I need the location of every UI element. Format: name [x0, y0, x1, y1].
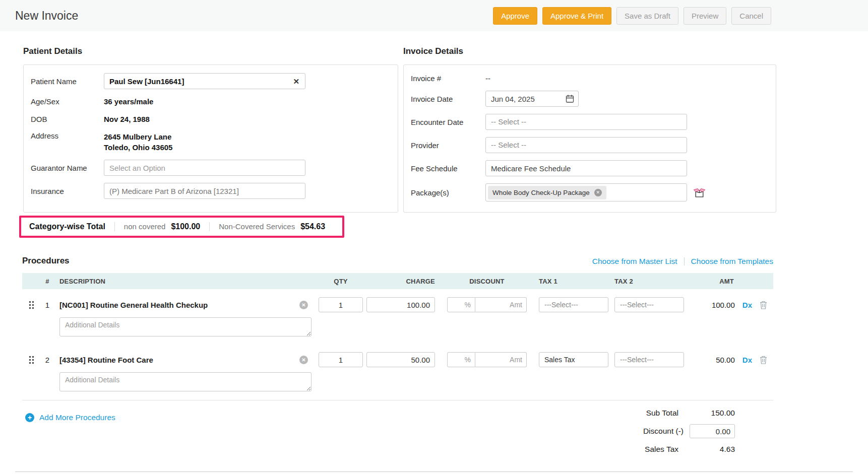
calendar-icon[interactable] — [566, 95, 574, 103]
save-as-draft-button[interactable]: Save as Draft — [616, 7, 678, 25]
fee-schedule-label: Fee Schedule — [411, 164, 485, 173]
choose-templates-link[interactable]: Choose from Templates — [691, 257, 773, 266]
category-wise-total-bar: Category-wise Total non covered $100.00 … — [19, 216, 344, 238]
discount-percent-input[interactable] — [447, 297, 475, 312]
delete-row-icon[interactable] — [760, 301, 767, 309]
dx-link[interactable]: Dx — [742, 301, 752, 309]
choose-master-list-link[interactable]: Choose from Master List — [592, 257, 677, 266]
sales-tax-label: Sales Tax — [645, 445, 678, 454]
invoice-number-label: Invoice # — [411, 74, 485, 83]
address-line1: 2645 Mulbery Lane — [104, 131, 172, 142]
procedure-row: 2 [43354] Routine Foot Care ✕ Sales Tax — [22, 344, 773, 393]
dob-value: Nov 24, 1988 — [104, 114, 150, 124]
topbar: New Invoice Approve Approve & Print Save… — [0, 0, 868, 31]
preview-button[interactable]: Preview — [684, 7, 726, 25]
package-icon[interactable] — [693, 187, 706, 198]
procedures-table: # DESCRIPTION QTY CHARGE DISCOUNT TAX 1 … — [22, 273, 773, 393]
clear-patient-icon[interactable]: ✕ — [293, 78, 299, 85]
invoice-date-row: Invoice Date — [411, 91, 769, 107]
subtotal-row: Sub Total 150.00 — [643, 409, 735, 418]
procedure-description: [NC001] Routine General Health Checkup ✕ — [54, 301, 315, 309]
category-item-name: Non-Covered Services — [219, 222, 295, 231]
col-tax2: TAX 2 — [609, 278, 685, 285]
invoice-date-label: Invoice Date — [411, 95, 485, 103]
invoice-number-row: Invoice # -- — [411, 73, 769, 84]
address-label: Address — [31, 131, 104, 140]
category-item-name: non covered — [124, 222, 166, 231]
provider-row: Provider -- Select -- — [411, 137, 769, 153]
guarantor-input[interactable] — [104, 160, 305, 176]
procedures-header: Procedures Choose from Master List Choos… — [22, 256, 773, 266]
link-divider — [684, 257, 685, 265]
additional-details-textarea[interactable] — [59, 372, 312, 391]
qty-input[interactable] — [319, 352, 363, 367]
address-value: 2645 Mulbery Lane Toledo, Ohio 43605 — [104, 131, 172, 153]
procedures-section: Procedures Choose from Master List Choos… — [23, 256, 797, 460]
age-sex-label: Age/Sex — [31, 97, 104, 106]
packages-input[interactable]: Whole Body Check-Up Package ✕ — [485, 183, 687, 201]
topbar-actions: Approve Approve & Print Save as Draft Pr… — [493, 7, 771, 25]
col-description: DESCRIPTION — [54, 278, 315, 285]
package-chip-label: Whole Body Check-Up Package — [492, 189, 590, 196]
cancel-button[interactable]: Cancel — [731, 7, 771, 25]
insurance-input[interactable] — [104, 183, 305, 199]
invoice-details-section: Invoice Details Invoice # -- Invoice Dat… — [403, 31, 776, 238]
new-invoice-page: New Invoice Approve Approve & Print Save… — [0, 0, 868, 472]
procedures-footer: + Add More Procedures Sub Total 150.00 D… — [22, 400, 773, 460]
approve-button[interactable]: Approve — [493, 7, 537, 25]
remove-description-icon[interactable]: ✕ — [299, 356, 308, 364]
drag-handle-icon[interactable] — [22, 301, 40, 309]
guarantor-label: Guarantor Name — [31, 164, 104, 172]
encounter-date-select[interactable]: -- Select -- — [485, 114, 687, 130]
page-title: New Invoice — [15, 9, 78, 23]
patient-name-input[interactable] — [104, 73, 305, 89]
procedure-description-text: [NC001] Routine General Health Checkup — [59, 301, 208, 309]
patient-details-heading: Patient Details — [23, 46, 398, 56]
fee-schedule-row: Fee Schedule — [411, 160, 769, 176]
age-sex-row: Age/Sex 36 years/male — [31, 96, 391, 107]
insurance-label: Insurance — [31, 187, 104, 195]
bottom-divider — [15, 471, 853, 472]
patient-details-section: Patient Details Patient Name ✕ Age/Sex 3… — [23, 31, 398, 238]
charge-input[interactable] — [366, 352, 435, 367]
drag-handle-icon[interactable] — [22, 356, 40, 364]
dob-label: DOB — [31, 115, 104, 123]
patient-name-row: Patient Name ✕ — [31, 73, 391, 89]
fee-schedule-input[interactable] — [485, 160, 687, 176]
procedures-heading: Procedures — [22, 256, 70, 266]
remove-description-icon[interactable]: ✕ — [299, 301, 308, 309]
discount-amount-input[interactable] — [475, 297, 527, 312]
tax2-select[interactable]: ---Select--- — [614, 352, 684, 367]
procedures-table-header: # DESCRIPTION QTY CHARGE DISCOUNT TAX 1 … — [22, 273, 773, 289]
discount-total-input[interactable] — [690, 424, 735, 438]
add-more-procedures-link[interactable]: + Add More Procedures — [25, 412, 115, 424]
category-item-non-covered: non covered $100.00 — [114, 222, 209, 231]
approve-print-button[interactable]: Approve & Print — [542, 7, 611, 25]
invoice-date-input[interactable] — [485, 91, 579, 107]
category-item-amount: $100.00 — [171, 222, 200, 231]
tax1-select[interactable]: Sales Tax — [539, 352, 608, 367]
delete-row-icon[interactable] — [760, 356, 767, 364]
row-number: 1 — [40, 301, 54, 309]
discount-percent-input[interactable] — [447, 352, 475, 367]
chip-remove-icon[interactable]: ✕ — [594, 189, 602, 196]
col-num: # — [40, 278, 54, 285]
charge-input[interactable] — [366, 297, 435, 312]
discount-amount-input[interactable] — [475, 352, 527, 367]
qty-input[interactable] — [319, 297, 363, 312]
tax2-select[interactable]: ---Select--- — [614, 297, 684, 312]
address-row: Address 2645 Mulbery Lane Toledo, Ohio 4… — [31, 131, 391, 153]
address-line2: Toledo, Ohio 43605 — [104, 142, 172, 153]
subtotal-label: Sub Total — [646, 409, 678, 418]
tax1-select[interactable]: ---Select--- — [539, 297, 608, 312]
additional-details-textarea[interactable] — [59, 317, 312, 336]
main-content: Patient Details Patient Name ✕ Age/Sex 3… — [0, 31, 868, 460]
amount-value: 100.00 — [685, 301, 735, 309]
amount-value: 50.00 — [685, 356, 735, 364]
patient-details-box: Patient Name ✕ Age/Sex 36 years/male DOB… — [23, 64, 398, 213]
provider-select[interactable]: -- Select -- — [485, 137, 687, 153]
encounter-date-label: Encounter Date — [411, 118, 485, 126]
dx-link[interactable]: Dx — [742, 356, 752, 364]
details-grid: Patient Details Patient Name ✕ Age/Sex 3… — [23, 31, 797, 238]
category-item-non-covered-services: Non-Covered Services $54.63 — [209, 222, 334, 231]
